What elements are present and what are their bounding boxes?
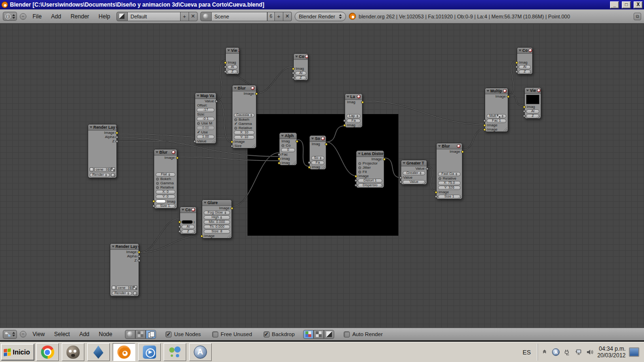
collapse-arrow-icon[interactable] — [403, 162, 405, 164]
node-socket[interactable] — [200, 235, 203, 238]
render-layer-select[interactable]: Render — [110, 290, 139, 296]
checkbox-Bokeh[interactable]: Bokeh — [154, 177, 177, 181]
collapse-arrow-icon[interactable] — [358, 153, 361, 155]
field-Fa[interactable]: Fa — [345, 118, 362, 123]
collapse-arrow-icon[interactable] — [519, 49, 521, 51]
number-field[interactable]: -17 — [195, 107, 216, 112]
node-socket[interactable] — [116, 136, 118, 139]
menu-select[interactable]: Select — [51, 330, 73, 338]
node-socket[interactable] — [224, 66, 227, 68]
screen-layout-close-button[interactable]: ✕ — [189, 12, 198, 21]
auto-render-toggle[interactable]: Auto Render — [344, 331, 383, 337]
node-alpha-over[interactable]: AlphImagCo0FacImagImag — [279, 132, 297, 165]
collapse-arrow-icon[interactable] — [182, 209, 184, 211]
node-blur-3[interactable]: BlurImageFlatBokehGammaRelativeX: 0Y: 0I… — [154, 149, 177, 209]
checkbox-Relative[interactable]: Relative — [154, 185, 177, 189]
node-header[interactable]: Render Lay — [88, 124, 116, 131]
close-button[interactable]: X — [634, 1, 643, 8]
language-indicator[interactable]: ES — [520, 349, 534, 356]
tray-network-icon[interactable] — [575, 348, 583, 356]
scene-close-button[interactable]: ✕ — [283, 12, 292, 21]
collapse-arrow-icon[interactable] — [204, 202, 206, 204]
field-Al[interactable]: Al — [226, 65, 239, 69]
tray-a-logo-icon[interactable]: A — [552, 348, 560, 356]
node-socket[interactable] — [224, 70, 227, 73]
menu-view[interactable]: View — [29, 330, 48, 338]
node-render-layers-2[interactable]: Render LayImageAlphaZcene6Render — [110, 243, 139, 296]
collapse-arrow-icon[interactable] — [227, 49, 230, 51]
node-socket[interactable] — [231, 140, 233, 143]
tray-plug-icon[interactable] — [563, 348, 571, 356]
number-field[interactable]: Size: 8 — [202, 229, 231, 234]
texture-nodes-button[interactable] — [135, 330, 146, 339]
shader-nodes-button[interactable] — [125, 330, 135, 339]
node-header[interactable]: Co — [294, 54, 308, 60]
use-nodes-toggle[interactable]: ✓ Use Nodes — [165, 331, 201, 337]
node-viewer-2[interactable]: VieImagAlZ — [524, 87, 541, 119]
node-header[interactable]: Lens Distorti — [356, 151, 384, 157]
menu-add-node[interactable]: Add — [76, 330, 92, 338]
node-socket[interactable] — [278, 157, 281, 160]
menu-add[interactable]: Add — [48, 12, 64, 21]
number-field[interactable]: Y: 0 — [154, 194, 177, 199]
backdrop-alpha-button[interactable] — [314, 330, 324, 339]
scene-user-count[interactable]: 6 — [267, 12, 275, 21]
collapse-arrow-icon[interactable] — [347, 96, 349, 98]
backdrop-z-button[interactable] — [324, 330, 334, 339]
checkbox-Use[interactable]: ✓Use — [195, 130, 216, 134]
number-field[interactable]: X: 10 — [232, 130, 256, 135]
node-composite-2[interactable]: CoImagAlZ — [517, 47, 533, 74]
select-Fast Ga[interactable]: Fast Ga — [437, 172, 462, 176]
scene-add-button[interactable]: + — [275, 12, 283, 21]
node-socket[interactable] — [138, 255, 140, 258]
node-map-value[interactable]: Map VaValueOffset:-17Size:-0.1Use M0.00✓… — [195, 92, 216, 144]
node-header[interactable]: Blur — [154, 149, 177, 156]
collapse-arrow-icon[interactable] — [234, 87, 237, 89]
menu-help[interactable]: Help — [95, 12, 114, 21]
checkbox-Projector[interactable]: Projector — [356, 161, 384, 165]
tray-volume-icon[interactable] — [586, 348, 594, 356]
node-header[interactable]: Render Lay — [110, 244, 139, 250]
node-socket[interactable] — [399, 176, 402, 179]
node-socket[interactable] — [152, 205, 155, 207]
collapse-arrow-icon[interactable] — [197, 95, 199, 97]
node-socket[interactable] — [178, 225, 181, 228]
node-socket[interactable] — [461, 150, 464, 153]
field-Size 1[interactable]: Size 1 — [437, 194, 462, 199]
taskbar-button-messenger[interactable] — [164, 343, 186, 361]
compositing-nodes-button[interactable] — [146, 330, 156, 339]
number-field[interactable]: 0 — [280, 148, 297, 152]
number-field[interactable]: -0.1 — [195, 116, 216, 121]
number-field[interactable]: 1.00 — [195, 134, 216, 139]
collapse-arrow-icon[interactable] — [281, 135, 284, 137]
node-multiply[interactable]: MultipImageMultFac 1ImageImage — [485, 88, 508, 132]
node-glare[interactable]: GlareImageFog GlowHighMix: 0.000Th: 0.00… — [202, 199, 232, 239]
taskbar-button-blender[interactable] — [113, 343, 135, 361]
node-socket[interactable] — [355, 179, 357, 182]
taskbar-button-a-logo[interactable]: A — [189, 343, 212, 361]
collapse-arrow-icon[interactable] — [311, 138, 314, 140]
scene-icon[interactable] — [200, 12, 212, 21]
node-socket[interactable] — [215, 100, 218, 103]
collapse-arrow-icon[interactable] — [295, 56, 298, 58]
node-socket[interactable] — [292, 76, 295, 79]
node-header[interactable]: Co — [180, 207, 196, 213]
node-socket[interactable] — [515, 66, 518, 68]
editor-type-selector-node[interactable] — [3, 330, 17, 339]
node-socket[interactable] — [152, 200, 155, 203]
checkbox-Bokeh[interactable]: Bokeh — [232, 117, 256, 122]
node-socket[interactable] — [308, 166, 311, 169]
checkbox-Relative[interactable]: Relative — [232, 126, 256, 130]
node-socket[interactable] — [483, 119, 486, 122]
backdrop-toggle[interactable]: ✓ Backdrop — [264, 331, 295, 337]
menu-file[interactable]: File — [29, 12, 45, 21]
free-unused-toggle[interactable]: Free Unused — [212, 331, 252, 337]
collapse-arrow-icon[interactable] — [156, 151, 158, 153]
field-Z[interactable]: Z — [226, 69, 239, 74]
collapse-arrow-icon[interactable] — [487, 90, 489, 92]
node-blur-2[interactable]: BlurImageFast GaRelativeX: 75.0Y: 326Ima… — [436, 143, 462, 199]
color-swatch-I[interactable]: I — [180, 220, 196, 224]
node-socket[interactable] — [116, 132, 118, 134]
field-Value[interactable]: Value — [401, 180, 427, 184]
number-field[interactable]: X: 0 — [154, 189, 177, 194]
